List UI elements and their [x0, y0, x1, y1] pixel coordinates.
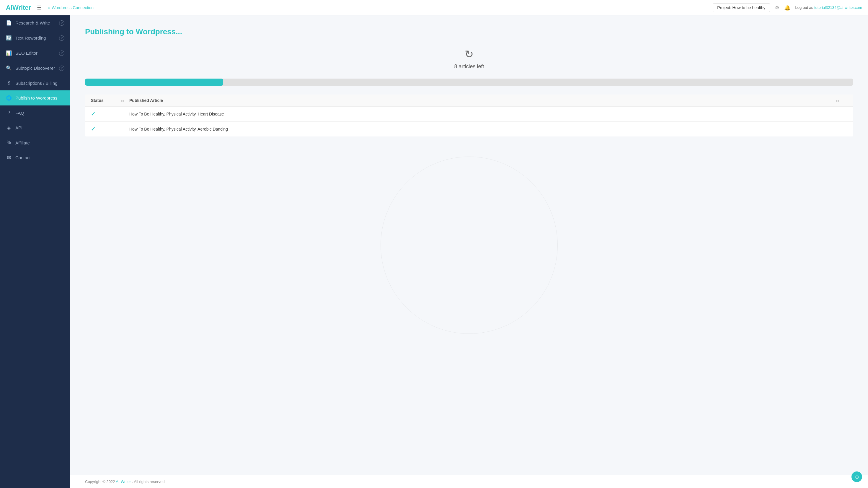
- sidebar-item-label-subtopic-discoverer: Subtopic Discoverer: [16, 65, 55, 70]
- logo: AIWriter: [6, 4, 31, 11]
- bell-icon[interactable]: 🔔: [784, 4, 790, 11]
- sidebar-item-label-faq: FAQ: [16, 111, 24, 115]
- col-status-header: Status: [91, 98, 120, 103]
- sidebar-item-subscriptions-billing[interactable]: $Subscriptions / Billing: [0, 76, 70, 90]
- row-status-0: ✓: [91, 111, 120, 117]
- breadcrumb-arrow-icon: »: [48, 5, 50, 10]
- header-right: Project: How to be healthy ⚙ 🔔 Log out a…: [713, 3, 862, 12]
- sidebar: 📄Research & Write?🔄Text Rewording?📊SEO E…: [0, 16, 70, 488]
- page-title: Publishing to Wordpress...: [85, 27, 853, 36]
- col-article-header: Published Article: [129, 98, 836, 103]
- article-title-0: How To Be Healthy, Physical Activity, He…: [129, 112, 847, 116]
- research-write-help-icon[interactable]: ?: [59, 20, 64, 26]
- layout: 📄Research & Write?🔄Text Rewording?📊SEO E…: [0, 16, 868, 488]
- progress-bar: [85, 79, 223, 86]
- header: AIWriter ☰ » Wordpress Connection Projec…: [0, 0, 868, 16]
- text-rewording-help-icon[interactable]: ?: [59, 35, 64, 41]
- content-inner: Publishing to Wordpress... ↻ 8 articles …: [85, 27, 853, 137]
- api-icon: ◈: [6, 125, 12, 131]
- table-header: Status ⚏ Published Article ⚏: [85, 94, 853, 107]
- project-selector[interactable]: Project: How to be healthy: [713, 3, 770, 12]
- refresh-icon: ↻: [85, 48, 853, 61]
- articles-left: 8 articles left: [85, 63, 853, 70]
- watermark: [380, 156, 558, 334]
- sidebar-item-label-research-write: Research & Write: [16, 20, 50, 25]
- publishing-status: ↻ 8 articles left: [85, 48, 853, 70]
- sidebar-item-text-rewording[interactable]: 🔄Text Rewording?: [0, 30, 70, 46]
- footer: Copyright © 2022 AI-Writer . All rights …: [70, 475, 868, 488]
- progress-container: [85, 79, 853, 86]
- sidebar-item-contact[interactable]: ✉Contact: [0, 150, 70, 165]
- footer-suffix: . All rights reserved.: [132, 480, 166, 484]
- subscriptions-billing-icon: $: [6, 80, 12, 86]
- settings-icon[interactable]: ⚙: [775, 4, 779, 11]
- table-row: ✓How To Be Healthy, Physical Activity, H…: [85, 107, 853, 122]
- col-sep: ⚏: [120, 98, 129, 103]
- footer-copyright: Copyright © 2022: [85, 480, 115, 484]
- row-status-1: ✓: [91, 126, 120, 132]
- scroll-to-top-button[interactable]: ⊕: [851, 471, 862, 482]
- breadcrumb-text: Wordpress Connection: [52, 5, 94, 10]
- main-area: Publishing to Wordpress... ↻ 8 articles …: [70, 16, 868, 488]
- article-title-1: How To Be Healthy, Physical Activity, Ae…: [129, 127, 847, 132]
- text-rewording-icon: 🔄: [6, 35, 12, 41]
- sidebar-item-publish-to-wordpress[interactable]: 🌐Publish to Wordpress: [0, 90, 70, 106]
- col-actions-header: ⚏: [836, 98, 847, 103]
- publish-to-wordpress-icon: 🌐: [6, 95, 12, 101]
- check-icon-1: ✓: [91, 126, 95, 132]
- logout-text: Log out as tutorial32134@ai-writer.com: [795, 5, 862, 10]
- check-icon-0: ✓: [91, 111, 95, 117]
- footer-brand-link[interactable]: AI-Writer: [116, 480, 131, 484]
- research-write-icon: 📄: [6, 20, 12, 26]
- sidebar-item-subtopic-discoverer[interactable]: 🔍Subtopic Discoverer?: [0, 61, 70, 76]
- sidebar-item-label-seo-editor: SEO Editor: [16, 51, 37, 56]
- published-articles-table: Status ⚏ Published Article ⚏ ✓How To Be …: [85, 94, 853, 137]
- subtopic-discoverer-help-icon[interactable]: ?: [59, 65, 64, 71]
- sidebar-item-label-api: API: [16, 125, 23, 130]
- sidebar-item-api[interactable]: ◈API: [0, 120, 70, 135]
- main-content: Publishing to Wordpress... ↻ 8 articles …: [70, 16, 868, 475]
- seo-editor-help-icon[interactable]: ?: [59, 51, 64, 56]
- breadcrumb: » Wordpress Connection: [48, 5, 713, 10]
- sidebar-item-research-write[interactable]: 📄Research & Write?: [0, 16, 70, 30]
- sidebar-item-faq[interactable]: ?FAQ: [0, 106, 70, 120]
- sidebar-item-affiliate[interactable]: %Affiliate: [0, 135, 70, 150]
- sidebar-item-label-subscriptions-billing: Subscriptions / Billing: [16, 81, 58, 86]
- contact-icon: ✉: [6, 155, 12, 161]
- table-row: ✓How To Be Healthy, Physical Activity, A…: [85, 122, 853, 137]
- sidebar-item-label-contact: Contact: [16, 155, 31, 160]
- sidebar-item-label-publish-to-wordpress: Publish to Wordpress: [16, 95, 57, 101]
- logout-email[interactable]: tutorial32134@ai-writer.com: [814, 5, 862, 10]
- affiliate-icon: %: [6, 140, 12, 145]
- hamburger-icon[interactable]: ☰: [37, 4, 42, 11]
- seo-editor-icon: 📊: [6, 50, 12, 56]
- table-body: ✓How To Be Healthy, Physical Activity, H…: [85, 107, 853, 137]
- subtopic-discoverer-icon: 🔍: [6, 65, 12, 71]
- faq-icon: ?: [6, 110, 12, 115]
- sidebar-item-label-text-rewording: Text Rewording: [16, 35, 46, 40]
- sidebar-item-label-affiliate: Affiliate: [16, 140, 30, 145]
- sidebar-item-seo-editor[interactable]: 📊SEO Editor?: [0, 46, 70, 61]
